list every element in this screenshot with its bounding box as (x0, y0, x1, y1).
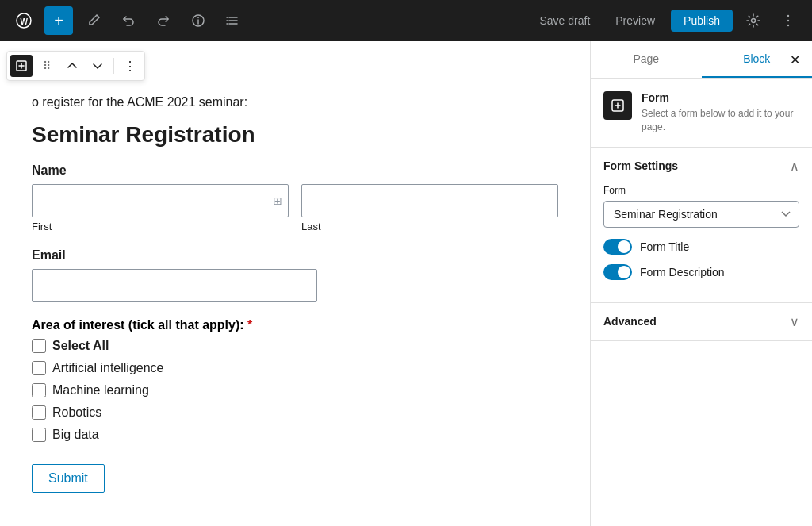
save-draft-button[interactable]: Save draft (530, 10, 599, 32)
svg-text:W: W (21, 17, 29, 26)
name-label: Name (32, 163, 558, 178)
list-view-button[interactable] (219, 6, 247, 35)
svg-point-14 (787, 25, 789, 26)
form-settings-header[interactable]: Form Settings ∧ (591, 148, 812, 185)
email-input[interactable] (32, 269, 317, 302)
email-field-group: Email (32, 248, 558, 302)
checkbox-robotics[interactable] (32, 405, 46, 420)
area-of-interest-group: Area of interest (tick all that apply): … (32, 318, 558, 442)
add-block-button[interactable]: + (44, 6, 73, 35)
first-name-field: ⊞ First (32, 184, 289, 232)
form-settings-content: Form Seminar Registration Contact Form N… (591, 185, 812, 302)
sidebar-close-button[interactable]: ✕ (783, 48, 806, 71)
advanced-title: Advanced (603, 315, 657, 328)
info-button[interactable] (184, 6, 213, 35)
editor-content: o register for the ACME 2021 seminar: Se… (32, 95, 558, 493)
checkbox-label-ai: Artificial intelligence (52, 361, 164, 375)
name-fields-row: ⊞ First Last (32, 184, 558, 232)
advanced-header[interactable]: Advanced ∨ (591, 303, 812, 340)
sidebar-tabs: Page Block ✕ (591, 41, 812, 79)
top-toolbar: W + (0, 0, 812, 41)
preview-button[interactable]: Preview (606, 10, 665, 32)
more-options-button[interactable] (774, 6, 802, 35)
checkbox-select-all[interactable] (32, 339, 46, 353)
block-info-icon (603, 91, 632, 120)
last-name-input[interactable] (301, 184, 558, 217)
email-input-wrap (32, 269, 317, 302)
svg-point-12 (787, 15, 789, 17)
form-title-toggle-row: Form Title (603, 239, 799, 255)
form-title-toggle-label: Form Title (640, 240, 689, 253)
form-description-toggle-label: Form Description (640, 266, 725, 278)
tab-page[interactable]: Page (591, 41, 702, 78)
block-info-description: Select a form below to add it to your pa… (642, 107, 799, 134)
wordpress-logo-button[interactable]: W (10, 6, 38, 35)
checkbox-item-robotics[interactable]: Robotics (32, 405, 558, 420)
move-up-button[interactable] (61, 55, 83, 77)
publish-button[interactable]: Publish (671, 10, 733, 32)
checkbox-item-select-all[interactable]: Select All (32, 339, 558, 353)
email-label: Email (32, 248, 558, 263)
drag-handle-button[interactable]: ⠿ (36, 55, 58, 77)
intro-text: o register for the ACME 2021 seminar: (32, 95, 558, 109)
block-toolbar: ⠿ ⋮ (6, 51, 145, 81)
checkbox-ml[interactable] (32, 383, 46, 397)
toolbar-left: W + (10, 6, 523, 35)
last-sublabel: Last (301, 221, 558, 232)
toolbar-right: Save draft Preview Publish (530, 6, 802, 35)
form-select-label: Form (603, 185, 799, 196)
required-star: * (247, 318, 252, 332)
editor-area: ⠿ ⋮ o register for the ACME 2021 seminar… (0, 41, 590, 526)
last-name-field: Last (301, 184, 558, 232)
checkbox-item-ml[interactable]: Machine learning (32, 383, 558, 397)
block-more-options-button[interactable]: ⋮ (119, 55, 141, 77)
checkbox-label-bigdata: Big data (52, 428, 99, 442)
area-label: Area of interest (tick all that apply): … (32, 318, 558, 332)
form-title: Seminar Registration (32, 122, 558, 148)
undo-button[interactable] (114, 6, 143, 35)
edit-mode-button[interactable] (79, 6, 108, 35)
advanced-chevron: ∨ (790, 314, 799, 329)
checkbox-bigdata[interactable] (32, 428, 46, 442)
block-info-text: Form Select a form below to add it to yo… (642, 91, 799, 134)
right-sidebar: Page Block ✕ Form Select a form below to… (590, 41, 812, 526)
form-title-toggle[interactable] (603, 239, 632, 255)
checkbox-item-ai[interactable]: Artificial intelligence (32, 361, 558, 375)
checkbox-ai[interactable] (32, 361, 46, 375)
svg-point-4 (197, 17, 199, 19)
form-description-toggle-row: Form Description (603, 264, 799, 280)
block-info-panel: Form Select a form below to add it to yo… (591, 79, 812, 148)
svg-point-13 (787, 20, 789, 21)
first-name-input[interactable] (32, 184, 289, 217)
block-type-icon (10, 55, 33, 77)
main-layout: ⠿ ⋮ o register for the ACME 2021 seminar… (0, 41, 812, 526)
checkbox-list: Select All Artificial intelligence Machi… (32, 339, 558, 442)
redo-button[interactable] (149, 6, 178, 35)
checkbox-label-ml: Machine learning (52, 383, 149, 397)
checkbox-label-robotics: Robotics (52, 405, 102, 420)
form-description-toggle[interactable] (603, 264, 632, 280)
name-field-group: Name ⊞ First Last (32, 163, 558, 232)
settings-button[interactable] (739, 6, 768, 35)
area-label-text: Area of interest (tick all that apply): (32, 318, 244, 332)
block-info-title: Form (642, 91, 799, 104)
checkbox-item-bigdata[interactable]: Big data (32, 428, 558, 442)
grid-icon: ⊞ (273, 194, 282, 207)
form-settings-chevron: ∧ (790, 159, 799, 174)
first-sublabel: First (32, 221, 289, 232)
form-settings-title: Form Settings (603, 159, 678, 172)
checkbox-label-select-all: Select All (52, 339, 109, 353)
form-settings-section: Form Settings ∧ Form Seminar Registratio… (591, 148, 812, 303)
first-name-input-wrap: ⊞ (32, 184, 289, 217)
svg-point-11 (752, 19, 756, 23)
submit-button[interactable]: Submit (32, 464, 105, 493)
advanced-section: Advanced ∨ (591, 303, 812, 341)
form-select-dropdown[interactable]: Seminar Registration Contact Form Newsle… (603, 201, 799, 228)
move-down-button[interactable] (86, 55, 109, 77)
